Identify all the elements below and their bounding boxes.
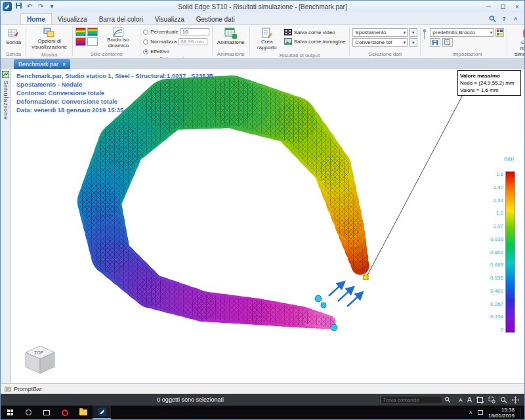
- opera-taskbar-button[interactable]: [56, 406, 74, 419]
- preset-dropdown[interactable]: predefinito,Brocco▾: [430, 28, 494, 37]
- command-search-input[interactable]: [380, 396, 442, 404]
- bordo-iso-dinamico-button[interactable]: Bordo iso dinamico: [99, 26, 137, 51]
- start-button[interactable]: [1, 406, 19, 419]
- text-smaller-button[interactable]: A: [459, 397, 462, 403]
- cortana-icon: [26, 410, 32, 415]
- legend-value: 1,2: [486, 210, 503, 216]
- search-go-icon[interactable]: [444, 396, 451, 403]
- cortana-search-button[interactable]: [19, 406, 37, 419]
- ribbon-group-mostra: Opzioni di visualizzazione Mostra: [27, 26, 72, 58]
- tray-app-icon[interactable]: [478, 410, 483, 415]
- callout-value: Valore = 1,6 mm: [460, 87, 518, 94]
- document-tab-benchmark[interactable]: Benchmark.par ×: [14, 59, 70, 69]
- mesh-wireframe-overlay: [99, 102, 360, 322]
- ribbon-group-risultati-output: Crea rapporto Salva come video Salva com…: [251, 26, 349, 58]
- contour-style-banded-icon[interactable]: [75, 28, 86, 36]
- 3d-viewport[interactable]: Benchmark.par, Studio statico 1, Steel -…: [11, 69, 524, 383]
- maximize-button[interactable]: [495, 1, 510, 12]
- chevron-down-icon: ▾: [404, 40, 406, 45]
- tab-home[interactable]: Home: [20, 13, 52, 24]
- tipo-risultato-dropdown[interactable]: Spostamento▾: [352, 28, 408, 37]
- prompt-bar[interactable]: PromptBar: [1, 383, 524, 394]
- minimize-button[interactable]: [481, 1, 495, 12]
- tab-gestione-dati[interactable]: Gestione dati: [190, 14, 241, 24]
- app-window: ↶ ↷ ▾ Solid Edge ST10 - Risultati simula…: [0, 0, 525, 420]
- quick-access-toolbar: ↶ ↷ ▾: [1, 2, 56, 11]
- salva-come-immagine-button[interactable]: Salva come immagine: [283, 37, 347, 45]
- document-tab-bar: Benchmark.par ×: [1, 58, 524, 69]
- file-explorer-button[interactable]: [74, 406, 93, 419]
- contour-style-two-color-icon[interactable]: [75, 37, 86, 46]
- clock[interactable]: 15:38 18/01/2019: [488, 407, 514, 419]
- chiudi-risultati-button[interactable]: Chiudi risultati simulazione: [510, 26, 524, 58]
- zoom-area-button[interactable]: [488, 396, 495, 404]
- opzioni-visualizzazione-button[interactable]: Opzioni di visualizzazione: [29, 26, 70, 52]
- zoom-fit-button[interactable]: [476, 396, 484, 404]
- sidebar-tab-simulazione[interactable]: Simulazione: [3, 81, 9, 120]
- solid-edge-logo-icon: [4, 3, 10, 10]
- collapse-ribbon-icon[interactable]: ˄: [511, 14, 520, 23]
- help-icon[interactable]: ?: [499, 14, 509, 23]
- tab-visualizza-2[interactable]: Visualizza: [149, 14, 190, 24]
- salva-come-video-button[interactable]: Salva come video: [283, 28, 347, 36]
- pan-button[interactable]: [512, 396, 519, 404]
- close-button[interactable]: ×: [510, 1, 524, 12]
- probe-icon: [8, 28, 20, 39]
- iso-edge-icon: [113, 28, 123, 37]
- ribbon-separator: [420, 27, 421, 56]
- legend-colorbar: [505, 171, 515, 333]
- undo-button[interactable]: ↶: [25, 2, 34, 11]
- save-settings-button[interactable]: [430, 38, 440, 47]
- status-bar: 0 oggetti sono selezionati A A: [1, 394, 524, 406]
- contour-style-smooth-icon[interactable]: [87, 28, 98, 36]
- zoom-button[interactable]: [500, 396, 507, 404]
- percentuale-input[interactable]: [180, 28, 209, 35]
- view-cube[interactable]: TOP: [26, 346, 54, 373]
- qat-dropdown-button[interactable]: ▾: [47, 2, 56, 11]
- close-document-icon[interactable]: ×: [62, 61, 66, 68]
- legend-value: 0,267: [486, 301, 503, 307]
- search-icon[interactable]: [488, 14, 497, 23]
- report-icon: [262, 28, 272, 39]
- save-button[interactable]: [14, 2, 23, 11]
- text-larger-button[interactable]: A: [467, 396, 472, 404]
- componente-extra-dropdown[interactable]: ▾: [409, 38, 417, 47]
- max-node-marker: [364, 275, 368, 280]
- app-logo-icon[interactable]: [3, 2, 12, 11]
- export-settings-button[interactable]: [442, 38, 453, 47]
- componente-dropdown[interactable]: Conversione tot▾: [352, 38, 408, 47]
- chevron-down-icon: ▾: [490, 30, 493, 35]
- animazione-button[interactable]: Animazione: [215, 26, 247, 47]
- tab-visualizza[interactable]: Visualizza: [52, 14, 93, 24]
- solid-edge-taskbar-button[interactable]: [93, 406, 111, 419]
- task-view-button[interactable]: [37, 406, 56, 419]
- model-canvas[interactable]: TOP: [11, 69, 524, 383]
- normalizza-radio[interactable]: Normalizza: [143, 37, 209, 46]
- folder-icon: [79, 410, 87, 415]
- ribbon-group-sonda: Sonda Sonda: [2, 26, 25, 58]
- promptbar-icon: [5, 386, 11, 392]
- effettivo-radio[interactable]: Effettivo: [143, 47, 209, 56]
- contour-style-none-icon[interactable]: [87, 37, 98, 46]
- preset-color-button[interactable]: [495, 28, 504, 37]
- tipo-risultato-extra-dropdown[interactable]: ▾: [409, 28, 417, 37]
- normalizza-input[interactable]: [178, 38, 207, 45]
- system-tray: ˄ 15:38 18/01/2019: [469, 406, 524, 419]
- info-line-contour: Contorno: Conversione totale: [16, 89, 213, 97]
- simulation-panel-icon[interactable]: [2, 71, 9, 78]
- show-desktop-divider[interactable]: [520, 408, 520, 417]
- tray-expand-icon[interactable]: ˄: [469, 410, 472, 416]
- percentuale-radio[interactable]: Percentuale: [143, 28, 209, 36]
- result-info-text: Benchmark.par, Studio statico 1, Steel -…: [16, 72, 213, 114]
- ribbon-group-animazione: Animazione Animazione: [213, 26, 249, 58]
- pin-area: [421, 26, 428, 58]
- ribbon-separator: [349, 27, 350, 56]
- pin-icon[interactable]: [421, 28, 428, 41]
- color-legend: mm 1,61,471,341,21,070,9360,8020,6680,53…: [486, 156, 515, 333]
- group-caption-impostazioni: Impostazioni: [428, 51, 506, 58]
- callout-node: Nodo = (24,9,55,2) mm: [460, 79, 518, 87]
- sonda-button[interactable]: Sonda: [4, 26, 23, 47]
- tab-barra-dei-colori[interactable]: Barra dei colori: [93, 14, 149, 24]
- crea-rapporto-button[interactable]: Crea rapporto: [253, 26, 282, 52]
- redo-button[interactable]: ↷: [36, 2, 45, 11]
